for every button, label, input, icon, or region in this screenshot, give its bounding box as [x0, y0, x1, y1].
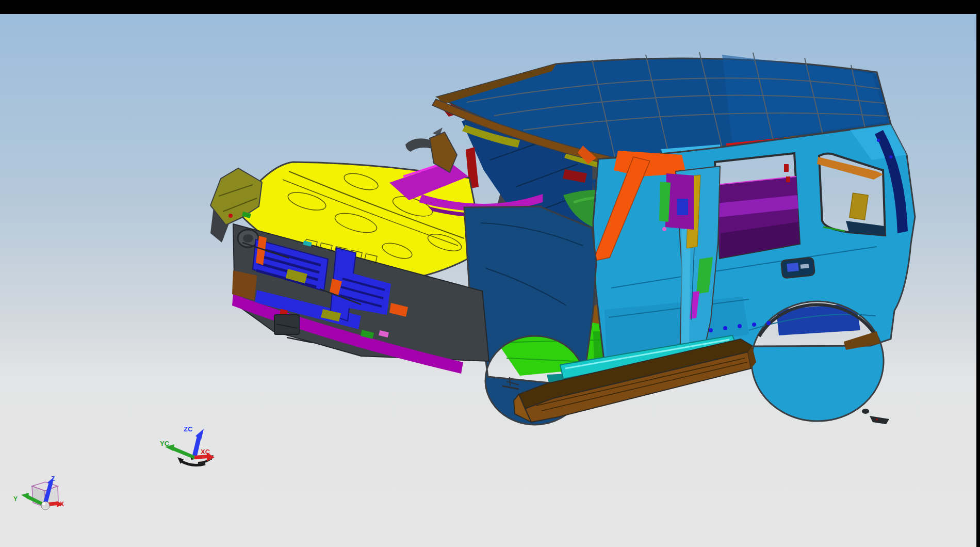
- door-handle-bar: [801, 264, 809, 269]
- debris-dot[interactable]: [862, 409, 869, 414]
- wcs-x-label: XC: [201, 448, 210, 456]
- origin-sphere[interactable]: [41, 502, 50, 510]
- quarter-trim-blue: [677, 199, 688, 215]
- door-handle-glyph: [787, 263, 799, 272]
- debris-red-dot: [876, 419, 878, 421]
- fender-red-dot: [228, 214, 233, 218]
- wcs-y-label: YC: [160, 440, 170, 447]
- cad-viewport[interactable]: ZC YC XC Z Y X: [0, 0, 980, 547]
- right-letterbox-bar: [976, 0, 980, 547]
- view-x-label: X: [60, 501, 64, 508]
- quarter-gold-tab[interactable]: [850, 193, 868, 220]
- origin-sphere-highlight: [42, 502, 45, 505]
- view-y-label: Y: [13, 495, 18, 503]
- b-pillar-top-orange[interactable]: [614, 151, 686, 176]
- wcs-z-label: ZC: [184, 425, 193, 433]
- view-z-label: Z: [51, 475, 55, 482]
- headlamp-inner: [243, 234, 253, 243]
- window-red-fleck: [786, 176, 790, 182]
- top-letterbox-bar: [0, 0, 980, 14]
- trim-pink-dot: [662, 227, 666, 231]
- window-red-fleck: [784, 164, 789, 172]
